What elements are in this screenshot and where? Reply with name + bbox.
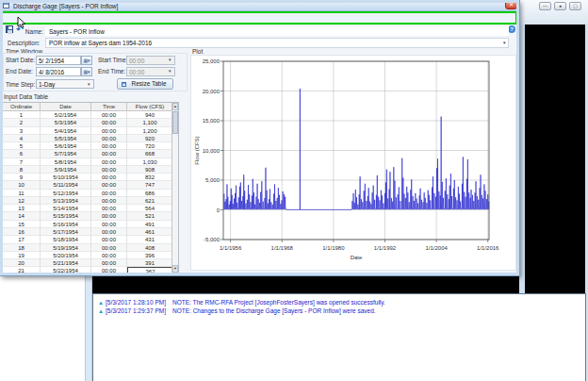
column-header[interactable]: Flow (CFS) (127, 103, 173, 111)
table-cell[interactable]: 5/5/1954 (41, 135, 91, 142)
scrollbar-thumb[interactable] (172, 111, 178, 134)
end-date-field[interactable]: 4/ 8/2016 (36, 67, 81, 76)
table-row[interactable]: 55/6/195400:00720 (3, 142, 178, 150)
table-cell[interactable]: 14 (3, 212, 41, 220)
table-cell[interactable]: 1,100 (127, 119, 173, 126)
table-cell[interactable]: 3 (3, 127, 41, 135)
table-scrollbar[interactable]: ▲ ▼ (172, 103, 178, 273)
window-minimize-button[interactable]: — (539, 2, 551, 10)
table-cell[interactable]: 9 (3, 174, 41, 181)
start-date-calendar-button[interactable]: ▦▾ (81, 56, 92, 65)
table-cell[interactable]: 00:00 (91, 166, 127, 174)
column-header[interactable]: Ordinate (3, 103, 41, 111)
table-row[interactable]: 15/2/195400:00940 (3, 111, 178, 119)
table-cell[interactable]: 362 (127, 267, 173, 274)
table-cell[interactable]: 00:00 (91, 119, 127, 126)
table-row[interactable]: 175/18/195400:00431 (3, 236, 178, 243)
table-row[interactable]: 155/16/195400:00491 (3, 221, 178, 228)
column-header[interactable]: Time (91, 103, 127, 111)
table-cell[interactable]: 00:00 (91, 267, 127, 274)
table-cell[interactable]: 5/20/1954 (41, 252, 91, 259)
start-date-field[interactable]: 5/ 2/1954 (36, 56, 81, 65)
table-cell[interactable]: 5/6/1954 (41, 142, 91, 150)
table-cell[interactable]: 521 (127, 212, 173, 220)
end-date-calendar-button[interactable]: ▦▾ (81, 67, 92, 76)
table-cell[interactable]: 1 (3, 111, 41, 119)
flow-plot[interactable]: 25,00020,00015,00010,0005,0000-5,0001/1/… (191, 56, 517, 272)
table-cell[interactable]: 19 (3, 252, 41, 259)
table-cell[interactable]: 668 (127, 150, 173, 157)
table-cell[interactable]: 391 (127, 259, 173, 267)
table-cell[interactable]: 7 (3, 158, 41, 166)
table-row[interactable]: 215/22/195400:00362 (3, 267, 178, 274)
table-row[interactable]: 185/19/195400:00408 (3, 244, 178, 252)
table-cell[interactable]: 940 (127, 111, 173, 119)
table-row[interactable]: 135/14/195400:00564 (3, 205, 178, 212)
table-cell[interactable]: 5 (3, 142, 41, 150)
table-cell[interactable]: 00:00 (91, 150, 127, 157)
time-step-combo[interactable]: 1-Day (36, 79, 94, 89)
table-cell[interactable]: 461 (127, 228, 173, 236)
table-cell[interactable]: 11 (3, 190, 41, 197)
table-cell[interactable]: 00:00 (91, 142, 127, 150)
dialog-close-button[interactable]: ✕ (505, 1, 517, 9)
table-cell[interactable]: 686 (127, 190, 173, 197)
table-cell[interactable]: 17 (3, 236, 41, 243)
table-cell[interactable]: 00:00 (91, 127, 127, 135)
table-row[interactable]: 35/4/195400:001,200 (3, 127, 178, 135)
table-cell[interactable]: 00:00 (91, 111, 127, 119)
table-row[interactable]: 95/10/195400:00832 (3, 174, 178, 181)
table-cell[interactable]: 5/11/1954 (41, 181, 91, 189)
table-cell[interactable]: 747 (127, 181, 173, 189)
table-cell[interactable]: 5/13/1954 (41, 197, 91, 205)
table-cell[interactable]: 1,030 (127, 158, 173, 166)
table-row[interactable]: 145/15/195400:00521 (3, 212, 178, 220)
table-cell[interactable]: 491 (127, 221, 173, 228)
table-cell[interactable]: 00:00 (91, 259, 127, 267)
window-maximize-button[interactable]: ▢ (569, 2, 581, 10)
table-cell[interactable]: 00:00 (91, 252, 127, 259)
table-cell[interactable]: 00:00 (91, 236, 127, 243)
description-expand-icon[interactable]: ▾ (503, 40, 506, 45)
table-row[interactable]: 115/12/195400:00686 (3, 190, 178, 197)
table-cell[interactable]: 16 (3, 228, 41, 236)
table-cell[interactable]: 396 (127, 252, 173, 259)
window-restore-button[interactable]: ● (554, 2, 566, 10)
table-cell[interactable]: 408 (127, 244, 173, 252)
table-cell[interactable]: 908 (127, 166, 173, 174)
flow-plot-panel[interactable]: 25,00020,00015,00010,0005,0000-5,0001/1/… (190, 55, 516, 271)
table-cell[interactable]: 13 (3, 205, 41, 212)
table-cell[interactable]: 5/19/1954 (41, 244, 91, 252)
table-cell[interactable]: 5/3/1954 (41, 119, 91, 126)
table-cell[interactable]: 00:00 (91, 205, 127, 212)
scroll-up-button[interactable]: ▲ (172, 103, 178, 110)
table-cell[interactable]: 720 (127, 142, 173, 150)
table-row[interactable]: 165/17/195400:00461 (3, 228, 178, 236)
table-cell[interactable]: 5/12/1954 (41, 190, 91, 197)
table-cell[interactable]: 21 (3, 267, 41, 274)
table-cell[interactable]: 5/16/1954 (41, 221, 91, 228)
table-row[interactable]: 45/5/195400:00920 (3, 135, 178, 142)
table-cell[interactable]: 15 (3, 221, 41, 228)
table-cell[interactable]: 5/4/1954 (41, 127, 91, 135)
table-cell[interactable]: 1,200 (127, 127, 173, 135)
resize-table-button[interactable]: Resize Table (117, 78, 173, 90)
table-cell[interactable]: 2 (3, 119, 41, 126)
project-browser-pane[interactable] (0, 275, 85, 381)
table-cell[interactable]: 00:00 (91, 174, 127, 181)
save-button[interactable] (6, 25, 13, 33)
name-field[interactable] (45, 26, 509, 36)
table-cell[interactable]: 00:00 (91, 212, 127, 220)
table-cell[interactable]: 12 (3, 197, 41, 205)
table-cell[interactable]: 621 (127, 197, 173, 205)
table-cell[interactable]: 10 (3, 181, 41, 189)
dialog-titlebar[interactable]: Discharge Gage [Sayers - POR Inflow] ✕ (0, 0, 519, 11)
table-cell[interactable]: 5/21/1954 (41, 259, 91, 267)
table-cell[interactable]: 00:00 (91, 228, 127, 236)
help-button[interactable]: ? (508, 25, 515, 33)
table-cell[interactable]: 00:00 (91, 221, 127, 228)
table-cell[interactable]: 431 (127, 236, 173, 243)
table-row[interactable]: 205/21/195400:00391 (3, 259, 178, 267)
table-cell[interactable]: 00:00 (91, 244, 127, 252)
table-cell[interactable]: 832 (127, 174, 173, 181)
